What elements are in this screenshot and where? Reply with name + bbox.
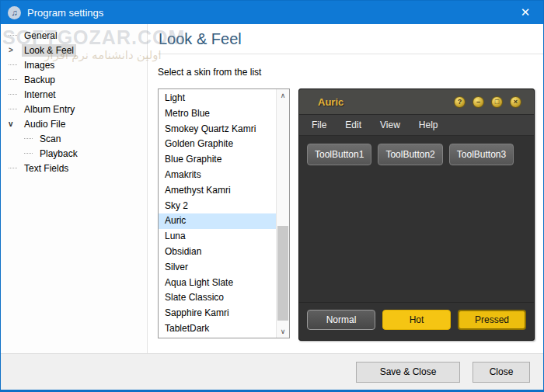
tree-item-look-feel[interactable]: >Look & Feel: [1, 43, 147, 57]
tree-item-scan[interactable]: Scan: [1, 131, 147, 146]
skin-item-auric[interactable]: Auric: [159, 213, 276, 229]
tree-item-playback[interactable]: Playback: [1, 146, 147, 161]
skin-item-blue-graphite[interactable]: Blue Graphite: [159, 152, 276, 168]
skin-list-scrollbar[interactable]: ∧ ∨: [276, 89, 289, 338]
skin-item-tabletdark[interactable]: TabletDark: [159, 321, 276, 337]
preview-maximize-icon[interactable]: □: [491, 96, 503, 108]
tree-item-label: Internet: [22, 88, 58, 101]
skin-item-sky-2[interactable]: Sky 2: [159, 199, 276, 214]
tree-item-label: Text Fields: [22, 162, 71, 175]
chevron-right-icon[interactable]: >: [9, 46, 22, 54]
skin-item-slate-classico[interactable]: Slate Classico: [159, 290, 276, 306]
skin-item-sapphire-kamri[interactable]: Sapphire Kamri: [159, 306, 276, 321]
preview-menu-help[interactable]: Help: [417, 120, 441, 130]
tree-item-label: General: [22, 29, 60, 42]
preview-menu-file[interactable]: File: [309, 120, 329, 130]
instruction-label: Select a skin from the list: [158, 67, 535, 78]
preview-state-hot-button[interactable]: Hot: [382, 310, 451, 330]
tree-item-label: Album Entry: [22, 103, 77, 116]
tree-connector: [24, 138, 37, 139]
preview-state-normal-button[interactable]: Normal: [307, 310, 375, 330]
skin-item-metro-blue[interactable]: Metro Blue: [159, 106, 276, 122]
program-settings-window: ♫ Program settings ✕ SOFTGOZAR.COM اولین…: [0, 0, 544, 392]
music-note-app-icon: ♫: [8, 6, 21, 19]
tree-item-label: Images: [22, 59, 57, 71]
main-panel: Look & Feel Select a skin from the list …: [148, 24, 543, 353]
tree-item-text-fields[interactable]: Text Fields: [1, 161, 147, 175]
skin-item-amakrits[interactable]: Amakrits: [159, 168, 276, 183]
preview-toolbutton2[interactable]: ToolButton2: [378, 144, 442, 165]
preview-menubar: FileEditViewHelp: [299, 115, 534, 136]
skin-item-luna[interactable]: Luna: [159, 229, 276, 245]
selector-row: LightMetro BlueSmokey Quartz KamriGolden…: [158, 88, 535, 341]
preview-toolbar: ToolButton1ToolButton2ToolButton3: [299, 136, 534, 165]
preview-body: ToolButton1ToolButton2ToolButton3 Normal…: [299, 136, 534, 340]
tree-connector: [9, 79, 22, 80]
skin-items: LightMetro BlueSmokey Quartz KamriGolden…: [159, 89, 276, 338]
page-title: Look & Feel: [158, 30, 543, 54]
tree-connector: [9, 168, 22, 168]
close-icon: ✕: [521, 5, 531, 19]
tree-item-label: Playback: [37, 147, 80, 160]
titlebar: ♫ Program settings ✕: [1, 1, 543, 24]
window-close-button[interactable]: ✕: [507, 1, 543, 24]
tree-item-label: Audio File: [22, 118, 68, 130]
close-button[interactable]: Close: [473, 362, 530, 383]
skin-listbox: LightMetro BlueSmokey Quartz KamriGolden…: [158, 88, 290, 338]
tree-item-internet[interactable]: Internet: [1, 87, 147, 102]
tree-connector: [9, 109, 22, 109]
chevron-down-icon[interactable]: v: [9, 120, 22, 128]
scroll-up-icon[interactable]: ∧: [277, 89, 289, 102]
preview-minimize-icon[interactable]: –: [473, 96, 484, 108]
preview-state-buttons: NormalHotPressed: [299, 302, 534, 340]
window-title: Program settings: [27, 7, 103, 19]
tree-item-label: Scan: [37, 133, 63, 145]
preview-menu-view[interactable]: View: [378, 120, 403, 130]
tree-item-backup[interactable]: Backup: [1, 72, 147, 87]
scroll-down-icon[interactable]: ∨: [277, 325, 289, 338]
tree-item-label: Look & Feel: [22, 44, 76, 57]
tree-item-audio-file[interactable]: vAudio File: [1, 116, 147, 131]
tree-item-album-entry[interactable]: Album Entry: [1, 102, 147, 116]
content-area: General>Look & FeelImagesBackupInternetA…: [1, 24, 543, 353]
tree-item-label: Backup: [22, 74, 58, 86]
preview-state-pressed-button[interactable]: Pressed: [458, 310, 526, 330]
skin-item-obsidian[interactable]: Obsidian: [159, 245, 276, 260]
save-and-close-button[interactable]: Save & Close: [356, 362, 460, 383]
skin-preview-panel: Auric ?–□× FileEditViewHelp ToolButton1T…: [298, 88, 535, 341]
preview-toolbutton1[interactable]: ToolButton1: [307, 144, 371, 165]
dialog-footer: Save & Close Close: [1, 353, 543, 390]
skin-item-smokey-quartz-kamri[interactable]: Smokey Quartz Kamri: [159, 122, 276, 137]
skin-item-aqua-light-slate[interactable]: Aqua Light Slate: [159, 276, 276, 291]
skin-item-light[interactable]: Light: [159, 91, 276, 106]
tree-connector: [9, 94, 22, 95]
preview-titlebar: Auric ?–□×: [299, 89, 534, 115]
preview-toolbutton3[interactable]: ToolButton3: [449, 144, 514, 165]
skin-item-golden-graphite[interactable]: Golden Graphite: [159, 137, 276, 152]
tree-item-general[interactable]: General: [1, 28, 147, 43]
tree-connector: [9, 64, 22, 65]
preview-title: Auric: [318, 96, 343, 108]
tree-connector: [9, 35, 22, 36]
scrollbar-thumb[interactable]: [277, 226, 288, 321]
settings-tree: General>Look & FeelImagesBackupInternetA…: [1, 24, 148, 353]
preview-help-icon[interactable]: ?: [454, 96, 466, 108]
skin-item-amethyst-kamri[interactable]: Amethyst Kamri: [159, 183, 276, 199]
preview-menu-edit[interactable]: Edit: [343, 120, 364, 130]
tree-connector: [24, 153, 37, 154]
preview-close-icon[interactable]: ×: [510, 96, 521, 108]
tree-item-images[interactable]: Images: [1, 57, 147, 72]
preview-window-buttons: ?–□×: [454, 96, 521, 108]
skin-item-silver[interactable]: Silver: [159, 260, 276, 276]
